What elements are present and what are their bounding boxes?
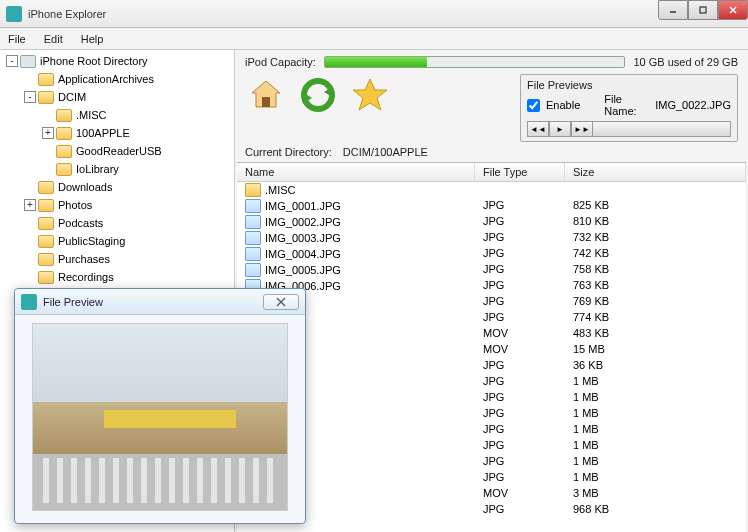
file-row[interactable]: IMG_0005.JPGJPG758 KB xyxy=(237,262,746,278)
file-row[interactable]: 6.JPGJPG1 MB xyxy=(237,422,746,438)
file-size: 763 KB xyxy=(565,279,746,293)
file-previews-panel: File Previews Enable File Name: IMG_0022… xyxy=(520,74,738,142)
file-preview-window[interactable]: File Preview xyxy=(14,288,306,524)
file-row[interactable]: 7.JPGJPG769 KB xyxy=(237,294,746,310)
file-preview-icon xyxy=(21,294,37,310)
collapse-icon[interactable]: - xyxy=(6,55,18,67)
file-size: 968 KB xyxy=(565,503,746,517)
tree-item[interactable]: +Photos xyxy=(0,197,234,213)
folder-icon xyxy=(38,271,54,284)
tree-spacer xyxy=(24,73,36,85)
col-name-header[interactable]: Name xyxy=(237,163,475,181)
tree-item[interactable]: Recordings xyxy=(0,269,234,285)
file-type: JPG xyxy=(475,247,565,261)
file-type: JPG xyxy=(475,231,565,245)
image-file-icon xyxy=(245,199,261,213)
content-pane: iPod Capacity: 10 GB used of 29 GB File … xyxy=(235,50,748,532)
enable-preview-checkbox[interactable] xyxy=(527,99,540,112)
folder-icon xyxy=(38,217,54,230)
media-prev-button[interactable]: ◄◄ xyxy=(527,121,549,137)
tree-spacer xyxy=(24,181,36,193)
file-row[interactable]: 0.MOVMOV3 MB xyxy=(237,486,746,502)
tree-item[interactable]: +100APPLE xyxy=(0,125,234,141)
file-row[interactable]: IMG_0003.JPGJPG732 KB xyxy=(237,230,746,246)
window-maximize-button[interactable] xyxy=(688,0,718,20)
file-type xyxy=(475,183,565,197)
folder-icon xyxy=(38,235,54,248)
file-row[interactable]: 3.JPGJPG774 KB xyxy=(237,310,746,326)
col-type-header[interactable]: File Type xyxy=(475,163,565,181)
folder-icon xyxy=(38,253,54,266)
menu-file[interactable]: File xyxy=(8,33,26,45)
refresh-button[interactable] xyxy=(297,74,339,116)
file-rows[interactable]: .MISCIMG_0001.JPGJPG825 KBIMG_0002.JPGJP… xyxy=(237,182,746,532)
file-row[interactable]: 7.JPGJPG1 MB xyxy=(237,438,746,454)
tree-spacer xyxy=(24,271,36,283)
file-size: 1 MB xyxy=(565,375,746,389)
collapse-icon[interactable]: - xyxy=(24,91,36,103)
expand-icon[interactable]: + xyxy=(42,127,54,139)
file-row[interactable]: 5.JPGJPG1 MB xyxy=(237,406,746,422)
tree-item-label: .MISC xyxy=(76,109,107,121)
file-preview-titlebar[interactable]: File Preview xyxy=(15,289,305,315)
file-type: JPG xyxy=(475,439,565,453)
folder-icon xyxy=(56,127,72,140)
media-slider[interactable] xyxy=(593,121,731,137)
file-row[interactable]: 4.JPGJPG1 MB xyxy=(237,390,746,406)
file-row[interactable]: 2.JPGJPG36 KB xyxy=(237,358,746,374)
tree-item[interactable]: .MISC xyxy=(0,107,234,123)
file-row[interactable]: 9.MOVMOV483 KB xyxy=(237,326,746,342)
col-size-header[interactable]: Size xyxy=(565,163,746,181)
file-size: 758 KB xyxy=(565,263,746,277)
file-size: 810 KB xyxy=(565,215,746,229)
file-size xyxy=(565,183,746,197)
window-titlebar: iPhone Explorer xyxy=(0,0,748,28)
tree-item[interactable]: Podcasts xyxy=(0,215,234,231)
tree-item-label: Photos xyxy=(58,199,92,211)
file-row[interactable]: 3.JPGJPG968 KB xyxy=(237,502,746,518)
capacity-text: 10 GB used of 29 GB xyxy=(633,56,738,68)
file-preview-close-button[interactable] xyxy=(263,294,299,310)
file-type: JPG xyxy=(475,279,565,293)
tree-item[interactable]: -DCIM xyxy=(0,89,234,105)
menu-edit[interactable]: Edit xyxy=(44,33,63,45)
file-type: MOV xyxy=(475,343,565,357)
favorite-button[interactable] xyxy=(349,74,391,116)
file-row[interactable]: 3.JPGJPG1 MB xyxy=(237,374,746,390)
media-next-button[interactable]: ►► xyxy=(571,121,593,137)
file-row[interactable]: 9.JPGJPG1 MB xyxy=(237,470,746,486)
file-row[interactable]: IMG_0004.JPGJPG742 KB xyxy=(237,246,746,262)
window-minimize-button[interactable] xyxy=(658,0,688,20)
file-previews-header: File Previews xyxy=(527,79,731,91)
menu-help[interactable]: Help xyxy=(81,33,104,45)
tree-item-label: Purchases xyxy=(58,253,110,265)
file-row[interactable]: IMG_0001.JPGJPG825 KB xyxy=(237,198,746,214)
tree-spacer xyxy=(24,217,36,229)
file-row[interactable]: IMG_0002.JPGJPG810 KB xyxy=(237,214,746,230)
file-type: JPG xyxy=(475,471,565,485)
file-row[interactable]: .MISC xyxy=(237,182,746,198)
file-type: JPG xyxy=(475,215,565,229)
tree-item[interactable]: IoLibrary xyxy=(0,161,234,177)
tree-item[interactable]: GoodReaderUSB xyxy=(0,143,234,159)
folder-icon xyxy=(38,91,54,104)
file-row[interactable]: 0.MOVMOV15 MB xyxy=(237,342,746,358)
window-close-button[interactable] xyxy=(718,0,748,20)
file-size: 1 MB xyxy=(565,471,746,485)
expand-icon[interactable]: + xyxy=(24,199,36,211)
file-row[interactable]: 8.JPGJPG1 MB xyxy=(237,454,746,470)
file-name: IMG_0003.JPG xyxy=(265,232,341,244)
file-name: IMG_0002.JPG xyxy=(265,216,341,228)
home-button[interactable] xyxy=(245,74,287,116)
file-size: 36 KB xyxy=(565,359,746,373)
tree-item[interactable]: Purchases xyxy=(0,251,234,267)
file-row[interactable]: IMG_0006.JPGJPG763 KB xyxy=(237,278,746,294)
enable-preview-label: Enable xyxy=(546,99,580,111)
media-play-button[interactable]: ► xyxy=(549,121,571,137)
tree-item[interactable]: ApplicationArchives xyxy=(0,71,234,87)
tree-item[interactable]: Downloads xyxy=(0,179,234,195)
tree-item[interactable]: PublicStaging xyxy=(0,233,234,249)
file-name: .MISC xyxy=(265,184,296,196)
tree-item[interactable]: -iPhone Root Directory xyxy=(0,53,234,69)
file-size: 1 MB xyxy=(565,407,746,421)
